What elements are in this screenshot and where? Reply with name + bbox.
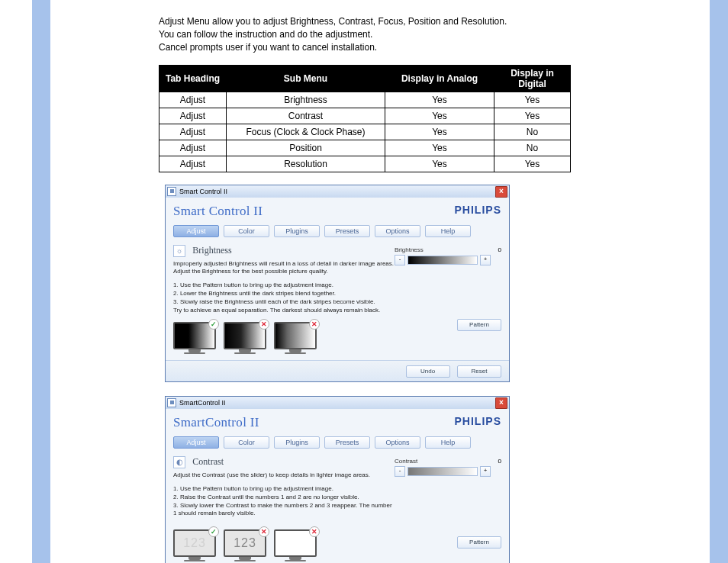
intro-text: Adjust Menu allow you to adjust Brightne… [159,15,571,54]
tab-bar: Adjust Color Plugins Presets Options Hel… [173,436,501,449]
table-cell: Yes [494,156,571,172]
tab-help[interactable]: Help [425,436,471,449]
table-cell: Yes [385,92,494,108]
table-row: AdjustBrightnessYesYes [159,92,571,108]
slider-decrement[interactable]: - [395,466,405,477]
table-row: AdjustFocus (Clock & Clock Phase)YesNo [159,124,571,140]
thumb-numbers: 123 [234,536,256,550]
tab-options[interactable]: Options [375,436,420,449]
contrast-slider[interactable] [407,467,478,476]
x-icon: ✕ [309,319,320,330]
section-desc: Adjust the Contrast (use the slider) to … [173,471,395,479]
tab-options[interactable]: Options [375,225,420,237]
tab-adjust[interactable]: Adjust [173,225,219,237]
window-footer: Undo Reset [166,360,509,381]
content-area: Adjust Menu allow you to adjust Brightne… [159,15,571,563]
example-bad: 123 ✕ [224,529,266,561]
titlebar: Smart Control II × [166,185,509,198]
step: 2. Lower the Brightness until the dark s… [173,290,395,298]
section-title: Contrast [192,456,224,467]
table-row: AdjustContrastYesYes [159,108,571,124]
brightness-icon [173,245,185,257]
table-row: AdjustPositionYesNo [159,140,571,156]
decor-bar-left [32,0,50,563]
tab-bar: Adjust Color Plugins Presets Options Hel… [173,225,501,237]
x-icon: ✕ [309,526,320,537]
brand-logo: PHILIPS [455,415,501,427]
table-cell: Yes [385,108,494,124]
table-cell: Focus (Clock & Clock Phase) [227,124,385,140]
slider-decrement[interactable]: - [395,255,405,265]
intro-line: Cancel prompts user if you want to cance… [159,41,571,53]
table-cell: Resolution [227,156,385,172]
th: Tab Heading [159,65,227,92]
intro-line: Adjust Menu allow you to adjust Brightne… [159,15,571,27]
titlebar: SmartControl II × [166,397,509,409]
table-cell: Yes [385,156,494,172]
slider-value: 0 [491,458,501,465]
slider-label: Brightness [395,246,488,253]
table-cell: Adjust [159,140,227,156]
slider-increment[interactable]: + [480,255,491,265]
slider-value: 0 [491,246,501,253]
table-cell: Adjust [159,92,227,108]
step: Try to achieve an equal separation. The … [173,307,395,314]
close-button[interactable]: × [495,186,507,198]
table-cell: Adjust [159,108,227,124]
intro-line: You can follow the instruction and do th… [159,28,571,40]
tab-plugins[interactable]: Plugins [274,436,320,449]
adjust-table: Tab Heading Sub Menu Display in Analog D… [159,65,571,172]
step: 3. Slowly raise the Brightness until eac… [173,298,395,306]
table-cell: Brightness [227,92,385,108]
table-cell: No [494,124,571,140]
slider-label: Contrast [395,458,488,465]
th: Display in Analog [385,65,494,92]
section-title: Brightness [192,245,231,256]
tab-help[interactable]: Help [425,225,471,237]
tab-presets[interactable]: Presets [324,225,370,237]
pattern-button[interactable]: Pattern [457,536,501,549]
app-icon [167,398,176,407]
table-cell: Yes [385,140,494,156]
window-title: SmartControl II [179,399,226,407]
tab-presets[interactable]: Presets [324,436,370,449]
check-icon: ✓ [208,319,219,330]
close-button[interactable]: × [495,397,507,409]
example-thumbnails: 123 ✓ 123 ✕ ✕ [173,529,395,561]
app-title: SmartControl II [173,415,259,429]
table-cell: No [494,140,571,156]
decor-bar-right [710,0,728,563]
step: 1. Use the Pattern button to bring up th… [173,485,395,493]
table-cell: Yes [494,108,571,124]
tab-color[interactable]: Color [224,225,269,237]
th: Sub Menu [227,65,385,92]
table-cell: Yes [385,124,494,140]
app-icon [167,187,176,196]
tab-plugins[interactable]: Plugins [274,225,320,237]
example-bad: ✕ [274,322,317,354]
tab-color[interactable]: Color [224,436,269,449]
undo-button[interactable]: Undo [406,365,450,378]
table-cell: Yes [494,92,571,108]
table-cell: Adjust [159,156,227,172]
example-bad: ✕ [224,322,266,354]
example-good: 123 ✓ [173,529,216,561]
reset-button[interactable]: Reset [457,365,501,378]
x-icon: ✕ [259,526,269,537]
table-cell: Adjust [159,124,227,140]
slider-increment[interactable]: + [480,466,491,477]
table-cell: Position [227,140,385,156]
step: 2. Raise the Contrast until the numbers … [173,494,395,501]
tab-adjust[interactable]: Adjust [173,436,219,449]
example-bad: ✕ [274,529,317,561]
section-steps: 1. Use the Pattern button to bring up th… [173,282,395,314]
brand-logo: PHILIPS [455,204,501,216]
smartcontrol-window-brightness: Smart Control II × Smart Control II PHIL… [165,185,510,382]
smartcontrol-window-contrast: SmartControl II × SmartControl II PHILIP… [165,396,510,563]
app-title: Smart Control II [173,204,263,218]
section-desc: Improperly adjusted Brightness will resu… [173,260,395,275]
table-row: AdjustResolutionYesYes [159,156,571,172]
pattern-button[interactable]: Pattern [457,319,501,331]
example-thumbnails: ✓ ✕ ✕ [173,322,395,354]
brightness-slider[interactable] [407,256,478,265]
